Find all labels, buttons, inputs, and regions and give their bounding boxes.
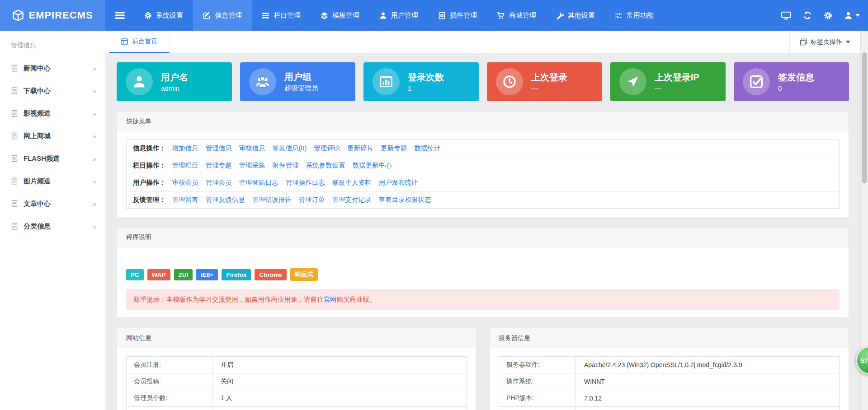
sidebar-item-label: 文章中心 (24, 200, 51, 208)
chevron-double-right-icon: » (93, 155, 96, 163)
sidebar-item-picture-channel[interactable]: 图片频道 » (0, 170, 105, 192)
tab-operations-label: 标签页操作 (811, 38, 842, 46)
table-row: 操作系统: WINNT (499, 373, 839, 390)
document-icon (11, 87, 18, 94)
chevron-double-right-icon: » (93, 110, 96, 117)
document-icon (11, 65, 18, 72)
hamburger-menu-button[interactable] (105, 0, 134, 31)
notice-text: 郑重提示：本模版作为学习交流使用，如需用作商业用途，请前往 (133, 296, 324, 303)
sidebar-item-download-center[interactable]: 下载中心 » (0, 79, 105, 102)
quick-link[interactable]: 管理支付记录 (332, 196, 372, 204)
nav-item-label: 其他设置 (568, 11, 595, 20)
quick-link[interactable]: 用户发布统计 (379, 178, 418, 187)
quick-link[interactable]: 修改个人资料 (332, 178, 372, 187)
quick-link[interactable]: 管理登陆日志 (239, 178, 278, 187)
quick-link[interactable]: 管理评论 (314, 144, 340, 153)
nav-item-label: 商城管理 (509, 11, 536, 20)
quick-link[interactable]: 管理订单 (299, 196, 325, 204)
quick-link[interactable]: 管理信息 (206, 144, 232, 153)
compatibility-badges: PC WAP ZUI IE8+ Firefox Chrome 响应式 (126, 268, 840, 281)
quick-link[interactable]: 系统参数设置 (306, 161, 345, 170)
sign-prefix: 签发信息( (273, 144, 301, 152)
nav-item-label: 插件管理 (450, 11, 477, 20)
quick-link[interactable]: 更新专题 (381, 144, 407, 153)
quick-link[interactable]: 数据统计 (414, 144, 440, 153)
nav-item-user-management[interactable]: 用户管理 (369, 0, 428, 31)
tab-dashboard-home[interactable]: 后台首页 (109, 31, 170, 53)
sidebar-item-video-channel[interactable]: 影视频道 » (0, 102, 105, 125)
sidebar: 管理信息 新闻中心 » 下载中心 » 影视频道 » 网上商城 » FLASH频道… (0, 31, 105, 410)
nav-item-label: 信息管理 (215, 11, 242, 20)
quick-link[interactable]: 附件管理 (273, 161, 299, 170)
nav-item-info-management[interactable]: 信息管理 (193, 0, 252, 31)
row-label: MYSQL版本: (499, 407, 576, 410)
row-value: WINNT (576, 378, 613, 385)
quick-link[interactable]: 数据更新中心 (353, 161, 392, 170)
quick-link[interactable]: 管理采集 (239, 161, 265, 170)
monitor-icon[interactable] (781, 11, 791, 20)
quick-link[interactable]: 管理会员 (206, 178, 232, 187)
user-menu-icon[interactable] (844, 11, 860, 20)
quick-link[interactable]: 管理留言 (172, 196, 198, 204)
nav-item-template-management[interactable]: 模板管理 (311, 0, 369, 31)
nav-item-label: 栏目管理 (274, 11, 301, 20)
sidebar-item-label: 影视频道 (24, 109, 51, 118)
nav-item-mall-management[interactable]: 商城管理 (487, 0, 546, 31)
badge-ie8: IE8+ (196, 269, 218, 280)
content-area: 用户名 admin 用户组 超级管理员 登录次数 1 (105, 53, 860, 410)
user-icon (379, 12, 387, 19)
user-icon (126, 68, 153, 95)
chevron-down-icon (846, 41, 850, 43)
quick-link[interactable]: 更新碎片 (347, 144, 373, 153)
brand-logo[interactable]: EMPIRECMS (0, 0, 105, 31)
row-label: 反馈管理： (133, 196, 166, 204)
quick-link[interactable]: 审核会员 (172, 178, 198, 187)
stat-cards-row: 用户名 admin 用户组 超级管理员 登录次数 1 (117, 62, 849, 101)
quick-link[interactable]: 管理栏目 (172, 161, 198, 170)
refresh-icon[interactable] (803, 11, 812, 20)
edit-icon (203, 12, 211, 19)
row-value: 1 人 (212, 394, 241, 402)
chevron-double-right-icon: » (93, 200, 96, 208)
scrollbar-thumb[interactable] (862, 52, 867, 183)
gear-icon[interactable] (824, 11, 832, 20)
admin-count-link[interactable]: 1 (221, 394, 224, 401)
nav-item-column-management[interactable]: 栏目管理 (252, 0, 311, 31)
sidebar-item-flash-channel[interactable]: FLASH频道 » (0, 147, 105, 170)
quick-link[interactable]: 管理错误报告 (252, 196, 292, 204)
quick-link[interactable]: 管理反馈信息 (206, 196, 245, 204)
row-label: 服务器软件: (499, 357, 576, 373)
row-label: 会员投稿: (127, 373, 212, 390)
quick-link[interactable]: 查看目录权限状态 (379, 196, 431, 204)
users-icon (249, 68, 276, 95)
quick-link[interactable]: 管理专题 (206, 161, 232, 170)
stat-card-last-login-ip: 上次登录IP --- (610, 62, 726, 101)
document-icon (11, 200, 18, 207)
badge-zui: ZUI (174, 269, 193, 280)
chevron-double-right-icon: » (93, 177, 96, 185)
site-info-panel: 网站信息 会员注册: 开启 会员投稿: 关闭 管理员个数: 1 (117, 328, 476, 410)
tab-operations-dropdown[interactable]: 标签页操作 (789, 31, 860, 53)
quick-link[interactable]: 增加信息 (172, 144, 198, 153)
sidebar-item-label: 分类信息 (24, 222, 51, 231)
card-title: 签发信息 (778, 72, 814, 83)
quick-link[interactable]: 管理操作日志 (286, 178, 325, 187)
nav-item-system-settings[interactable]: 系统设置 (134, 0, 193, 31)
chevron-double-right-icon: » (93, 65, 96, 72)
nav-item-plugin-management[interactable]: 插件管理 (428, 0, 487, 31)
hamburger-icon (114, 11, 125, 20)
quick-link[interactable]: 审核信息 (239, 144, 265, 153)
sidebar-item-classified-info[interactable]: 分类信息 » (0, 215, 105, 238)
sidebar-item-article-center[interactable]: 文章中心 » (0, 192, 105, 215)
quick-menu-row-feedback: 反馈管理： 管理留言 管理反馈信息 管理错误报告 管理订单 管理支付记录 查看目… (127, 191, 839, 208)
card-value: --- (655, 84, 699, 92)
nav-item-common-functions[interactable]: 常用功能 (605, 0, 664, 31)
official-site-link[interactable]: 官网 (324, 296, 337, 303)
cube-icon (12, 9, 24, 21)
sidebar-item-online-mall[interactable]: 网上商城 » (0, 125, 105, 147)
quick-link-sign-info[interactable]: 签发信息(0) (273, 144, 307, 153)
table-row: 管理员个数: 1 人 (127, 390, 467, 407)
nav-item-other-settings[interactable]: 其他设置 (546, 0, 605, 31)
cart-icon (497, 12, 505, 19)
sidebar-item-news-center[interactable]: 新闻中心 » (0, 57, 105, 79)
